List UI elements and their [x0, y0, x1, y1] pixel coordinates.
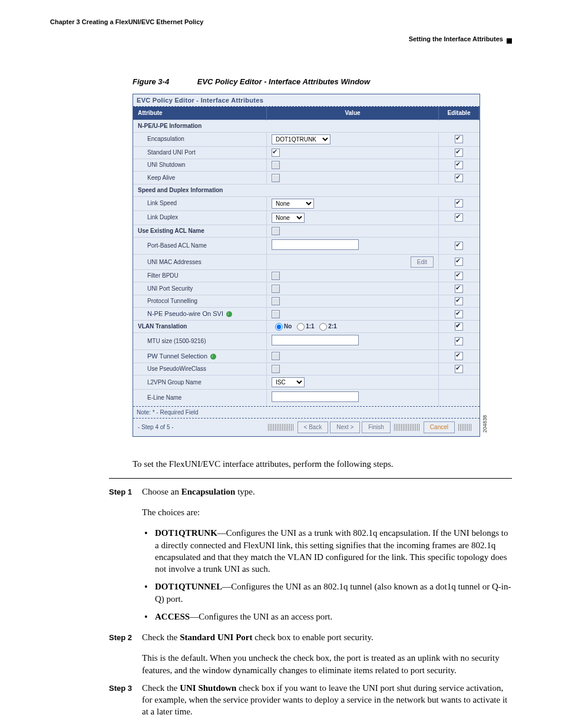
filter-bpdu-editable-checkbox[interactable]	[455, 272, 463, 280]
vlan-translation-editable-checkbox[interactable]	[455, 322, 463, 331]
hint-icon	[226, 311, 232, 317]
hint-icon	[210, 354, 216, 360]
vlan-no-radio[interactable]	[275, 323, 283, 331]
row-protocol-tunnelling-label: Protocol Tunnelling	[133, 295, 267, 307]
step3-text: Check the UNI Shutdown check box if you …	[142, 682, 512, 718]
figure-title: EVC Policy Editor - Interface Attributes…	[197, 77, 370, 86]
bullet-dot1qtrunk: DOT1QTRUNK—Configures the UNI as a trunk…	[142, 527, 512, 575]
link-duplex-select[interactable]: None	[272, 213, 305, 223]
row-uni-shutdown-label: UNI Shutdown	[133, 159, 267, 171]
row-keep-alive-label: Keep Alive	[133, 172, 267, 184]
step2-paragraph: This is the default. When you uncheck th…	[142, 652, 512, 676]
row-uni-mac-label: UNI MAC Addresses	[133, 254, 267, 270]
rule-line	[109, 478, 512, 479]
bullet-access: ACCESS—Configures the UNI as an access p…	[142, 611, 512, 622]
use-pwc-checkbox[interactable]	[272, 365, 280, 373]
image-ref-number: 204838	[481, 415, 488, 433]
mtu-editable-checkbox[interactable]	[455, 337, 463, 345]
next-button[interactable]: Next >	[330, 421, 360, 433]
keep-alive-checkbox[interactable]	[272, 174, 280, 182]
intro-text: To set the FlexUNI/EVC interface attribu…	[133, 458, 512, 470]
bullet-dot1qtunnel: DOT1QTUNNEL—Configures the UNI as an 802…	[142, 581, 512, 605]
port-acl-input[interactable]	[272, 239, 359, 250]
protocol-tunnelling-checkbox[interactable]	[272, 297, 280, 305]
figure-label: Figure 3-4	[133, 77, 169, 86]
row-uni-port-security-label: UNI Port Security	[133, 282, 267, 295]
grip-icon	[268, 424, 294, 431]
row-use-acl-label: Use Existing ACL Name	[133, 225, 267, 237]
grip-icon	[394, 424, 420, 431]
row-eline-label: E-Line Name	[133, 390, 267, 406]
row-mtu-label: MTU size (1500-9216)	[133, 333, 267, 350]
eline-input[interactable]	[272, 391, 359, 402]
uni-port-security-editable-checkbox[interactable]	[455, 285, 463, 293]
section-speed-duplex: Speed and Duplex Information	[133, 184, 480, 196]
row-npe-svi-label: N-PE Pseudo-wire On SVI	[133, 308, 267, 321]
step2-label: Step 2	[109, 631, 142, 643]
grip-icon	[458, 424, 471, 431]
npe-svi-editable-checkbox[interactable]	[455, 310, 463, 318]
uni-mac-editable-checkbox[interactable]	[455, 258, 463, 266]
link-speed-select[interactable]: None	[272, 199, 314, 209]
row-vlan-translation-label: VLAN Translation	[133, 320, 267, 332]
back-button[interactable]: < Back	[297, 421, 329, 433]
step1-text: Choose an Encapsulation type.	[142, 486, 512, 498]
row-port-acl-label: Port-Based ACL Name	[133, 238, 267, 255]
row-link-speed-label: Link Speed	[133, 196, 267, 210]
filter-bpdu-checkbox[interactable]	[272, 272, 280, 280]
npe-svi-checkbox[interactable]	[272, 310, 280, 318]
figure-screenshot: EVC Policy Editor - Interface Attributes…	[133, 94, 480, 436]
vlan-11-radio[interactable]	[297, 323, 305, 331]
header-marker-icon	[507, 38, 512, 44]
vlan-21-radio[interactable]	[319, 323, 327, 331]
uni-shutdown-editable-checkbox[interactable]	[455, 161, 463, 169]
finish-button[interactable]: Finish	[362, 421, 391, 433]
section-header: Setting the Interface Attributes	[409, 35, 503, 44]
link-speed-editable-checkbox[interactable]	[455, 199, 463, 207]
row-pw-tunnel-label: PW Tunnel Selection	[133, 350, 267, 363]
row-standard-uni-label: Standard UNI Port	[133, 146, 267, 159]
row-filter-bpdu-label: Filter BPDU	[133, 270, 267, 282]
attributes-table: Attribute Value Editable N-PE/U-PE Infor…	[133, 107, 480, 406]
chapter-header: Chapter 3 Creating a FlexUNI/EVC Etherne…	[50, 18, 512, 27]
step1-label: Step 1	[109, 486, 142, 498]
l2vpn-group-select[interactable]: ISC	[272, 377, 305, 387]
link-duplex-editable-checkbox[interactable]	[455, 213, 463, 222]
uni-shutdown-checkbox[interactable]	[272, 161, 280, 169]
step2-text: Check the Standard UNI Port check box to…	[142, 631, 512, 643]
required-note: Note: * - Required Field	[133, 406, 480, 419]
uni-port-security-checkbox[interactable]	[272, 285, 280, 293]
edit-mac-button[interactable]: Edit	[411, 256, 434, 268]
protocol-tunnelling-editable-checkbox[interactable]	[455, 297, 463, 305]
row-link-duplex-label: Link Duplex	[133, 210, 267, 225]
port-acl-editable-checkbox[interactable]	[455, 242, 463, 250]
col-value: Value	[267, 107, 439, 120]
row-use-pwc-label: Use PseudoWireClass	[133, 363, 267, 375]
use-pwc-editable-checkbox[interactable]	[455, 365, 463, 373]
standard-uni-checkbox[interactable]	[272, 149, 280, 157]
keep-alive-editable-checkbox[interactable]	[455, 174, 463, 182]
pw-tunnel-checkbox[interactable]	[272, 352, 280, 360]
row-encapsulation-label: Encapsulation	[133, 132, 267, 146]
figure-caption: Figure 3-4 EVC Policy Editor - Interface…	[133, 77, 512, 87]
encapsulation-select[interactable]: DOT1QTRUNK	[272, 134, 330, 144]
step3-label: Step 3	[109, 682, 142, 718]
pw-tunnel-editable-checkbox[interactable]	[455, 352, 463, 360]
row-l2vpn-group-label: L2VPN Group Name	[133, 375, 267, 390]
section-npe-upe: N-PE/U-PE Information	[133, 120, 480, 132]
editor-title: EVC Policy Editor - Interface Attributes	[133, 94, 480, 107]
encapsulation-editable-checkbox[interactable]	[455, 135, 463, 143]
col-attribute: Attribute	[133, 107, 267, 120]
col-editable: Editable	[439, 107, 480, 120]
mtu-input[interactable]	[272, 335, 359, 345]
wizard-step: - Step 4 of 5 -	[138, 423, 265, 431]
standard-uni-editable-checkbox[interactable]	[455, 149, 463, 157]
cancel-button[interactable]: Cancel	[424, 421, 455, 433]
vlan-translation-radios[interactable]: No 1:1 2:1	[272, 323, 337, 330]
step1-choices: The choices are:	[142, 506, 512, 518]
use-acl-checkbox[interactable]	[272, 227, 280, 235]
